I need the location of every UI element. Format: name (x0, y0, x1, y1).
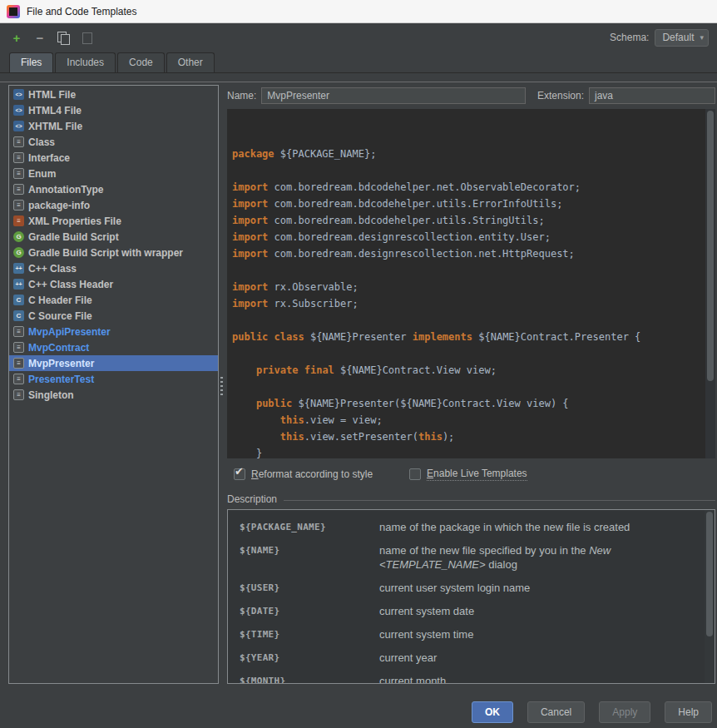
extension-input[interactable]: java (589, 87, 715, 104)
template-list-item[interactable]: ≡MvpApiPresenter (9, 324, 218, 339)
variable-description: current system time (379, 627, 473, 641)
cpp-file-icon: ++ (13, 263, 24, 274)
template-list-item[interactable]: ≡MvpContract (9, 339, 218, 355)
description-row: ${MONTH}current month (240, 674, 693, 684)
schema-dropdown[interactable]: Default ▾ (655, 29, 709, 47)
add-template-button[interactable]: + (7, 28, 27, 47)
editor-scrollbar[interactable] (705, 109, 715, 458)
variable-name: ${PACKAGE_NAME} (240, 520, 379, 534)
code-line: public class ${NAME}Presenter implements… (232, 329, 704, 345)
remove-template-button[interactable]: − (30, 28, 50, 47)
ok-button[interactable]: OK (472, 701, 513, 723)
code-line: import com.boredream.designrescollection… (232, 245, 704, 262)
cancel-button[interactable]: Cancel (527, 701, 585, 723)
reformat-checkbox[interactable]: ✔ (234, 468, 245, 480)
file-template-icon: ≡ (13, 168, 24, 179)
description-table: ${PACKAGE_NAME}name of the package in wh… (228, 510, 715, 684)
tab-code[interactable]: Code (117, 52, 165, 72)
description-row: ${TIME}current system time (240, 627, 693, 641)
variable-name: ${MONTH} (240, 674, 379, 684)
template-name: MvpApiPresenter (28, 326, 111, 338)
code-line: } (232, 445, 704, 458)
xml-file-icon: ≡ (13, 215, 24, 226)
template-list-item[interactable]: CC Header File (9, 292, 218, 308)
template-form: Name: MvpPresenter Extension: java (227, 86, 715, 106)
main-content: <>HTML File<>HTML4 File<>XHTML File≡Clas… (0, 82, 717, 691)
template-list-item[interactable]: ≡Singleton (9, 387, 218, 403)
file-and-code-templates-window: File and Code Templates + − Schema: Defa… (0, 0, 717, 728)
tab-includes[interactable]: Includes (55, 52, 116, 72)
template-list-item[interactable]: <>XHTML File (9, 118, 218, 134)
template-name: Enum (28, 168, 56, 180)
description-title: Description (227, 493, 277, 505)
code-line: this.view = view; (232, 412, 704, 428)
help-button[interactable]: Help (665, 701, 712, 723)
code-line (232, 262, 704, 279)
reset-template-button[interactable] (77, 28, 96, 47)
template-list-item[interactable]: CC Source File (9, 308, 218, 324)
template-list-panel: <>HTML File<>HTML4 File<>XHTML File≡Clas… (8, 85, 219, 684)
description-panel: ${PACKAGE_NAME}name of the package in wh… (227, 509, 715, 684)
template-name: HTML File (28, 89, 76, 101)
template-list-item[interactable]: GGradle Build Script with wrapper (9, 245, 218, 260)
panel-splitter[interactable] (219, 82, 225, 691)
template-name: AnnotationType (28, 184, 103, 196)
template-editor[interactable]: package ${PACKAGE_NAME}; import com.bore… (227, 109, 715, 458)
gradle-file-icon: G (13, 231, 24, 242)
reformat-option[interactable]: ✔ Reformat according to style (234, 468, 373, 480)
copy-template-button[interactable] (53, 28, 73, 47)
template-code: package ${PACKAGE_NAME}; import com.bore… (232, 146, 704, 458)
file-template-icon: ≡ (13, 200, 24, 210)
editor-scrollbar-thumb[interactable] (707, 111, 714, 381)
intellij-logo-icon (7, 5, 20, 18)
tab-files[interactable]: Files (9, 52, 53, 72)
c-file-icon: C (13, 310, 24, 321)
template-name: C++ Class (28, 263, 77, 275)
template-list-item[interactable]: <>HTML File (9, 87, 218, 102)
variable-name: ${DATE} (240, 604, 379, 618)
code-line: import com.boredream.bdcodehelper.utils.… (232, 212, 704, 229)
description-row: ${NAME}name of the new file specified by… (240, 543, 693, 572)
template-list-item[interactable]: GGradle Build Script (9, 229, 218, 245)
template-name: Singleton (28, 389, 74, 401)
tab-bar: FilesIncludesCodeOther (0, 52, 717, 73)
live-templates-label: Enable Live Templates (427, 468, 527, 481)
template-name: Class (28, 136, 55, 148)
template-list-item[interactable]: ≡Interface (9, 150, 218, 166)
apply-button[interactable]: Apply (599, 701, 650, 723)
description-scrollbar[interactable] (705, 510, 715, 683)
template-list-item[interactable]: ≡package-info (9, 197, 218, 213)
template-list-item[interactable]: ++C++ Class Header (9, 276, 218, 292)
description-row: ${PACKAGE_NAME}name of the package in wh… (240, 520, 693, 534)
variable-name: ${TIME} (240, 627, 379, 641)
code-line: package ${PACKAGE_NAME}; (232, 146, 704, 162)
template-list-item[interactable]: ≡PresenterTest (9, 371, 218, 387)
code-line: import rx.Observable; (232, 279, 704, 295)
template-name: C Source File (28, 310, 92, 322)
variable-name: ${NAME} (240, 543, 379, 572)
name-input[interactable]: MvpPresenter (261, 87, 526, 104)
template-list-item[interactable]: ≡Class (9, 134, 218, 150)
template-name: package-info (28, 200, 90, 211)
reformat-label: Reformat according to style (251, 468, 373, 480)
template-name: C Header File (28, 295, 92, 306)
template-detail-panel: Name: MvpPresenter Extension: java packa… (227, 82, 715, 684)
file-template-icon: ≡ (13, 152, 24, 163)
template-list-item[interactable]: ++C++ Class (9, 260, 218, 276)
c-file-icon: C (13, 295, 24, 305)
template-name: PresenterTest (28, 374, 94, 385)
template-list-item[interactable]: ≡Enum (9, 166, 218, 181)
live-templates-checkbox[interactable] (409, 468, 421, 480)
tab-other[interactable]: Other (166, 52, 215, 72)
live-templates-option[interactable]: Enable Live Templates (409, 468, 527, 481)
code-line (232, 345, 704, 362)
schema-group: Schema: Default ▾ (610, 29, 709, 47)
template-list-item[interactable]: ≡AnnotationType (9, 181, 218, 197)
description-scrollbar-thumb[interactable] (706, 512, 713, 636)
options-row: ✔ Reformat according to style Enable Liv… (227, 465, 715, 483)
name-label: Name: (227, 90, 256, 102)
template-name: Gradle Build Script with wrapper (28, 247, 183, 259)
template-list-item[interactable]: ≡MvpPresenter (9, 355, 218, 371)
template-list-item[interactable]: <>HTML4 File (9, 102, 218, 118)
template-list-item[interactable]: ≡XML Properties File (9, 213, 218, 229)
